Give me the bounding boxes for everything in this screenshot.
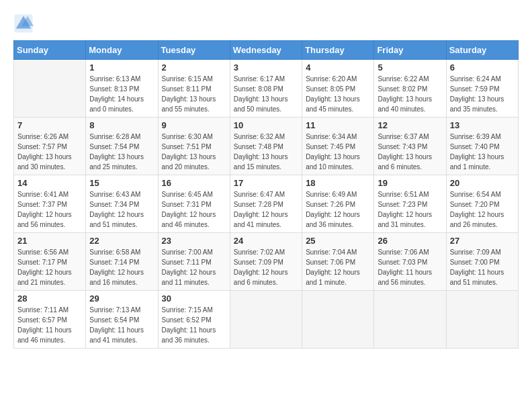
day-info: Sunrise: 7:06 AMSunset: 7:03 PMDaylight:… bbox=[378, 247, 442, 287]
calendar-day-header: Friday bbox=[374, 41, 446, 60]
day-number: 25 bbox=[306, 236, 370, 246]
day-number: 13 bbox=[450, 120, 515, 130]
calendar-week-row: 14Sunrise: 6:41 AMSunset: 7:37 PMDayligh… bbox=[14, 175, 519, 233]
calendar-cell: 25Sunrise: 7:04 AMSunset: 7:06 PMDayligh… bbox=[302, 233, 374, 291]
day-number: 27 bbox=[450, 236, 515, 246]
calendar-cell: 2Sunrise: 6:15 AMSunset: 8:11 PMDaylight… bbox=[158, 60, 230, 118]
calendar-cell: 8Sunrise: 6:28 AMSunset: 7:54 PMDaylight… bbox=[86, 118, 158, 175]
calendar-day-header: Saturday bbox=[446, 41, 518, 60]
calendar-day-header: Monday bbox=[86, 41, 158, 60]
day-info: Sunrise: 7:04 AMSunset: 7:06 PMDaylight:… bbox=[306, 247, 370, 287]
day-number: 5 bbox=[378, 62, 442, 73]
calendar-cell: 6Sunrise: 6:24 AMSunset: 7:59 PMDaylight… bbox=[446, 60, 518, 118]
calendar-cell: 27Sunrise: 7:09 AMSunset: 7:00 PMDayligh… bbox=[446, 233, 518, 291]
calendar-cell bbox=[230, 291, 302, 349]
day-info: Sunrise: 7:00 AMSunset: 7:11 PMDaylight:… bbox=[162, 247, 226, 287]
day-number: 7 bbox=[17, 120, 82, 130]
calendar-cell: 3Sunrise: 6:17 AMSunset: 8:08 PMDaylight… bbox=[230, 60, 302, 118]
calendar-cell bbox=[302, 291, 374, 349]
calendar-cell bbox=[14, 60, 86, 118]
day-number: 26 bbox=[378, 236, 442, 246]
day-number: 30 bbox=[162, 293, 226, 304]
calendar-day-header: Tuesday bbox=[158, 41, 230, 60]
page-header bbox=[13, 13, 519, 34]
day-number: 29 bbox=[89, 293, 154, 304]
calendar-cell: 11Sunrise: 6:34 AMSunset: 7:45 PMDayligh… bbox=[302, 118, 374, 175]
day-info: Sunrise: 6:17 AMSunset: 8:08 PMDaylight:… bbox=[234, 74, 298, 114]
day-number: 22 bbox=[89, 236, 154, 246]
calendar-cell: 10Sunrise: 6:32 AMSunset: 7:48 PMDayligh… bbox=[230, 118, 302, 175]
day-info: Sunrise: 6:47 AMSunset: 7:28 PMDaylight:… bbox=[234, 189, 298, 230]
calendar-cell: 24Sunrise: 7:02 AMSunset: 7:09 PMDayligh… bbox=[230, 233, 302, 291]
day-info: Sunrise: 6:41 AMSunset: 7:37 PMDaylight:… bbox=[17, 189, 82, 230]
day-info: Sunrise: 6:51 AMSunset: 7:23 PMDaylight:… bbox=[378, 189, 442, 230]
calendar-cell: 29Sunrise: 7:13 AMSunset: 6:54 PMDayligh… bbox=[86, 291, 158, 349]
calendar-week-row: 21Sunrise: 6:56 AMSunset: 7:17 PMDayligh… bbox=[14, 233, 519, 291]
day-info: Sunrise: 6:13 AMSunset: 8:13 PMDaylight:… bbox=[89, 74, 154, 114]
day-number: 4 bbox=[306, 62, 370, 73]
day-number: 11 bbox=[306, 120, 370, 130]
calendar-cell: 7Sunrise: 6:26 AMSunset: 7:57 PMDaylight… bbox=[14, 118, 86, 175]
day-info: Sunrise: 6:45 AMSunset: 7:31 PMDaylight:… bbox=[162, 189, 226, 230]
calendar-cell: 28Sunrise: 7:11 AMSunset: 6:57 PMDayligh… bbox=[14, 291, 86, 349]
day-info: Sunrise: 6:54 AMSunset: 7:20 PMDaylight:… bbox=[450, 189, 515, 230]
day-info: Sunrise: 7:09 AMSunset: 7:00 PMDaylight:… bbox=[450, 247, 515, 287]
calendar-cell: 21Sunrise: 6:56 AMSunset: 7:17 PMDayligh… bbox=[14, 233, 86, 291]
calendar-week-row: 7Sunrise: 6:26 AMSunset: 7:57 PMDaylight… bbox=[14, 118, 519, 175]
calendar-cell: 16Sunrise: 6:45 AMSunset: 7:31 PMDayligh… bbox=[158, 175, 230, 233]
calendar-cell bbox=[446, 291, 518, 349]
calendar-cell: 17Sunrise: 6:47 AMSunset: 7:28 PMDayligh… bbox=[230, 175, 302, 233]
calendar-cell: 22Sunrise: 6:58 AMSunset: 7:14 PMDayligh… bbox=[86, 233, 158, 291]
day-number: 24 bbox=[234, 236, 298, 246]
calendar-cell: 1Sunrise: 6:13 AMSunset: 8:13 PMDaylight… bbox=[86, 60, 158, 118]
calendar-cell: 20Sunrise: 6:54 AMSunset: 7:20 PMDayligh… bbox=[446, 175, 518, 233]
day-number: 1 bbox=[89, 62, 154, 73]
calendar-day-header: Sunday bbox=[14, 41, 86, 60]
day-info: Sunrise: 6:28 AMSunset: 7:54 PMDaylight:… bbox=[89, 132, 154, 172]
day-number: 12 bbox=[378, 120, 442, 130]
day-number: 21 bbox=[17, 236, 82, 246]
calendar-week-row: 1Sunrise: 6:13 AMSunset: 8:13 PMDaylight… bbox=[14, 60, 519, 118]
day-number: 3 bbox=[234, 62, 298, 73]
day-info: Sunrise: 6:22 AMSunset: 8:02 PMDaylight:… bbox=[378, 74, 442, 114]
calendar-cell: 12Sunrise: 6:37 AMSunset: 7:43 PMDayligh… bbox=[374, 118, 446, 175]
day-info: Sunrise: 7:15 AMSunset: 6:52 PMDaylight:… bbox=[162, 305, 226, 345]
day-info: Sunrise: 6:43 AMSunset: 7:34 PMDaylight:… bbox=[89, 189, 154, 230]
calendar-cell: 19Sunrise: 6:51 AMSunset: 7:23 PMDayligh… bbox=[374, 175, 446, 233]
day-number: 19 bbox=[378, 178, 442, 188]
calendar-day-header: Wednesday bbox=[230, 41, 302, 60]
day-info: Sunrise: 6:34 AMSunset: 7:45 PMDaylight:… bbox=[306, 132, 370, 172]
day-number: 8 bbox=[89, 120, 154, 130]
calendar-table: SundayMondayTuesdayWednesdayThursdayFrid… bbox=[13, 40, 519, 349]
calendar-cell: 13Sunrise: 6:39 AMSunset: 7:40 PMDayligh… bbox=[446, 118, 518, 175]
calendar-cell: 14Sunrise: 6:41 AMSunset: 7:37 PMDayligh… bbox=[14, 175, 86, 233]
calendar-cell: 5Sunrise: 6:22 AMSunset: 8:02 PMDaylight… bbox=[374, 60, 446, 118]
day-number: 18 bbox=[306, 178, 370, 188]
day-number: 9 bbox=[162, 120, 226, 130]
day-number: 23 bbox=[162, 236, 226, 246]
day-number: 6 bbox=[450, 62, 515, 73]
calendar-cell: 9Sunrise: 6:30 AMSunset: 7:51 PMDaylight… bbox=[158, 118, 230, 175]
logo bbox=[13, 13, 36, 34]
calendar-cell: 26Sunrise: 7:06 AMSunset: 7:03 PMDayligh… bbox=[374, 233, 446, 291]
logo-icon bbox=[13, 13, 34, 34]
day-info: Sunrise: 6:24 AMSunset: 7:59 PMDaylight:… bbox=[450, 74, 515, 114]
day-info: Sunrise: 6:15 AMSunset: 8:11 PMDaylight:… bbox=[162, 74, 226, 114]
day-info: Sunrise: 6:32 AMSunset: 7:48 PMDaylight:… bbox=[234, 132, 298, 172]
day-number: 2 bbox=[162, 62, 226, 73]
day-number: 10 bbox=[234, 120, 298, 130]
calendar-cell: 18Sunrise: 6:49 AMSunset: 7:26 PMDayligh… bbox=[302, 175, 374, 233]
day-info: Sunrise: 6:56 AMSunset: 7:17 PMDaylight:… bbox=[17, 247, 82, 287]
day-info: Sunrise: 6:20 AMSunset: 8:05 PMDaylight:… bbox=[306, 74, 370, 114]
calendar-cell: 30Sunrise: 7:15 AMSunset: 6:52 PMDayligh… bbox=[158, 291, 230, 349]
day-info: Sunrise: 7:02 AMSunset: 7:09 PMDaylight:… bbox=[234, 247, 298, 287]
day-number: 17 bbox=[234, 178, 298, 188]
day-number: 14 bbox=[17, 178, 82, 188]
day-number: 28 bbox=[17, 293, 82, 304]
day-info: Sunrise: 6:58 AMSunset: 7:14 PMDaylight:… bbox=[89, 247, 154, 287]
calendar-cell: 23Sunrise: 7:00 AMSunset: 7:11 PMDayligh… bbox=[158, 233, 230, 291]
calendar-week-row: 28Sunrise: 7:11 AMSunset: 6:57 PMDayligh… bbox=[14, 291, 519, 349]
day-info: Sunrise: 6:30 AMSunset: 7:51 PMDaylight:… bbox=[162, 132, 226, 172]
day-number: 15 bbox=[89, 178, 154, 188]
day-info: Sunrise: 6:37 AMSunset: 7:43 PMDaylight:… bbox=[378, 132, 442, 172]
